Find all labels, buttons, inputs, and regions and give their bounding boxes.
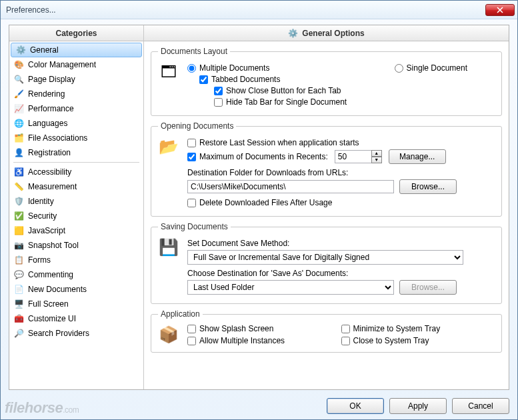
sidebar-item-page-display[interactable]: 🔍Page Display <box>9 72 143 87</box>
ok-button[interactable]: OK <box>327 398 384 414</box>
sidebar-item-rendering[interactable]: 🖌️Rendering <box>9 87 143 101</box>
sidebar-item-label: JavaScript <box>28 226 65 235</box>
sidebar-item-accessibility[interactable]: ♿Accessibility <box>9 165 143 179</box>
main-body: Documents Layout 🗔 Multiple Documents <box>144 41 509 389</box>
main-panel: ⚙️ General Options Documents Layout 🗔 Mu… <box>144 25 509 389</box>
main-header: ⚙️ General Options <box>144 25 509 41</box>
single-document-radio[interactable]: Single Document <box>395 63 467 73</box>
sidebar-item-label: Performance <box>28 104 74 113</box>
max-recents-value[interactable] <box>335 150 372 163</box>
single-document-radio-input[interactable] <box>395 64 403 73</box>
opening-documents-legend: Opening Documents <box>158 121 236 131</box>
sidebar-item-identity[interactable]: 🛡️Identity <box>9 194 143 209</box>
security-icon: ✅ <box>13 211 24 221</box>
sidebar-item-label: Commenting <box>28 270 73 279</box>
watermark: filehorse.com <box>5 399 79 417</box>
languages-icon: 🌐 <box>13 118 24 129</box>
preferences-window: Preferences... Categories ⚙️General🎨Colo… <box>0 0 518 420</box>
max-recents-input[interactable] <box>187 153 196 161</box>
sidebar-item-general[interactable]: ⚙️General <box>11 43 142 57</box>
application-group: Application 📦 Show Splash Screen Minimiz… <box>151 309 502 353</box>
restore-session-checkbox[interactable]: Restore Last Session when application st… <box>187 138 359 147</box>
sidebar-item-label: File Associations <box>28 133 87 143</box>
close-tray-input[interactable] <box>341 337 350 345</box>
saving-documents-group: Saving Documents 💾 Set Document Save Met… <box>151 222 502 304</box>
hide-tab-bar-checkbox[interactable]: Hide Tab Bar for Single Document <box>214 97 347 107</box>
tabbed-documents-input[interactable] <box>199 75 208 84</box>
max-recents-checkbox[interactable]: Maximum of Documents in Recents: <box>187 152 328 161</box>
manage-button[interactable]: Manage... <box>389 149 446 164</box>
forms-icon: 📋 <box>13 255 24 265</box>
sidebar-item-label: Search Providers <box>28 329 89 338</box>
save-method-combo[interactable]: Full Save or Incremental Save for Digita… <box>187 250 463 265</box>
show-splash-checkbox[interactable]: Show Splash Screen <box>187 324 341 333</box>
show-close-button-input[interactable] <box>214 87 223 95</box>
sidebar-item-performance[interactable]: 📈Performance <box>9 101 143 116</box>
javascript-icon: 🟨 <box>13 225 24 236</box>
apply-button[interactable]: Apply <box>389 398 447 414</box>
measurement-icon: 📏 <box>13 181 24 192</box>
allow-multiple-input[interactable] <box>187 337 196 345</box>
delete-downloaded-checkbox[interactable]: Delete Downloaded Files After Usage <box>187 198 332 207</box>
sidebar-item-registration[interactable]: 👤Registration <box>9 145 143 160</box>
download-destination-label: Destination Folder for Downloads from UR… <box>187 168 348 177</box>
rendering-icon: 🖌️ <box>13 89 24 99</box>
sidebar-item-label: Languages <box>28 119 67 128</box>
sidebar-item-full-screen[interactable]: 🖥️Full Screen <box>9 297 143 311</box>
sidebar-item-commenting[interactable]: 💬Commenting <box>9 267 143 282</box>
documents-layout-icon: 🗔 <box>158 61 179 83</box>
content-area: Categories ⚙️General🎨Color Management🔍Pa… <box>9 25 509 390</box>
show-close-button-checkbox[interactable]: Show Close Button for Each Tab <box>214 86 341 95</box>
close-icon <box>497 7 503 13</box>
tabbed-documents-checkbox[interactable]: Tabbed Documents <box>199 75 280 84</box>
saving-documents-legend: Saving Documents <box>158 222 231 231</box>
sidebar-item-new-documents[interactable]: 📄New Documents <box>9 282 143 297</box>
general-icon: ⚙️ <box>15 45 26 55</box>
sidebar-item-label: Identity <box>28 197 54 206</box>
restore-session-input[interactable] <box>187 139 196 147</box>
sidebar-item-snapshot-tool[interactable]: 📷Snapshot Tool <box>9 238 143 253</box>
sidebar-item-customize-ui[interactable]: 🧰Customize UI <box>9 311 143 326</box>
sidebar-item-label: Forms <box>28 255 51 265</box>
sidebar-item-measurement[interactable]: 📏Measurement <box>9 179 143 194</box>
color-management-icon: 🎨 <box>13 59 24 70</box>
close-tray-checkbox[interactable]: Close to System Tray <box>341 336 495 345</box>
application-legend: Application <box>158 309 203 319</box>
main-header-title: General Options <box>302 29 364 38</box>
multiple-documents-radio[interactable]: Multiple Documents <box>187 63 269 73</box>
browse-download-button[interactable]: Browse... <box>399 179 457 194</box>
sidebar-item-javascript[interactable]: 🟨JavaScript <box>9 223 143 238</box>
minimize-tray-input[interactable] <box>341 325 350 333</box>
identity-icon: 🛡️ <box>13 196 24 207</box>
multiple-documents-radio-input[interactable] <box>187 64 196 73</box>
show-splash-input[interactable] <box>187 325 196 333</box>
minimize-tray-checkbox[interactable]: Minimize to System Tray <box>341 324 495 333</box>
sidebar-item-label: Customize UI <box>28 314 76 323</box>
close-button[interactable] <box>485 4 515 16</box>
opening-documents-icon: 📂 <box>158 136 179 157</box>
sidebar-item-label: Rendering <box>28 89 65 99</box>
saving-documents-icon: 💾 <box>158 237 179 258</box>
sidebar-header: Categories <box>9 25 143 41</box>
sidebar-item-label: Accessibility <box>28 167 71 177</box>
saveas-dest-combo[interactable]: Last Used Folder <box>187 280 394 295</box>
allow-multiple-checkbox[interactable]: Allow Multiple Instances <box>187 336 341 345</box>
max-recents-spin-down[interactable]: ▼ <box>371 157 382 163</box>
search-providers-icon: 🔎 <box>13 328 24 339</box>
sidebar-item-search-providers[interactable]: 🔎Search Providers <box>9 326 143 341</box>
titlebar: Preferences... <box>1 1 517 19</box>
snapshot-tool-icon: 📷 <box>13 240 24 251</box>
cancel-button[interactable]: Cancel <box>452 398 509 414</box>
sidebar-item-label: General <box>30 45 59 55</box>
registration-icon: 👤 <box>13 147 24 158</box>
delete-downloaded-input[interactable] <box>187 199 196 207</box>
sidebar-item-languages[interactable]: 🌐Languages <box>9 116 143 131</box>
hide-tab-bar-input[interactable] <box>214 98 223 107</box>
sidebar-item-forms[interactable]: 📋Forms <box>9 253 143 267</box>
max-recents-spin-up[interactable]: ▲ <box>371 150 382 157</box>
sidebar-item-file-associations[interactable]: 🗂️File Associations <box>9 131 143 145</box>
commenting-icon: 💬 <box>13 269 24 280</box>
sidebar-item-color-management[interactable]: 🎨Color Management <box>9 57 143 72</box>
sidebar-item-security[interactable]: ✅Security <box>9 209 143 223</box>
download-destination-input[interactable] <box>187 180 394 193</box>
